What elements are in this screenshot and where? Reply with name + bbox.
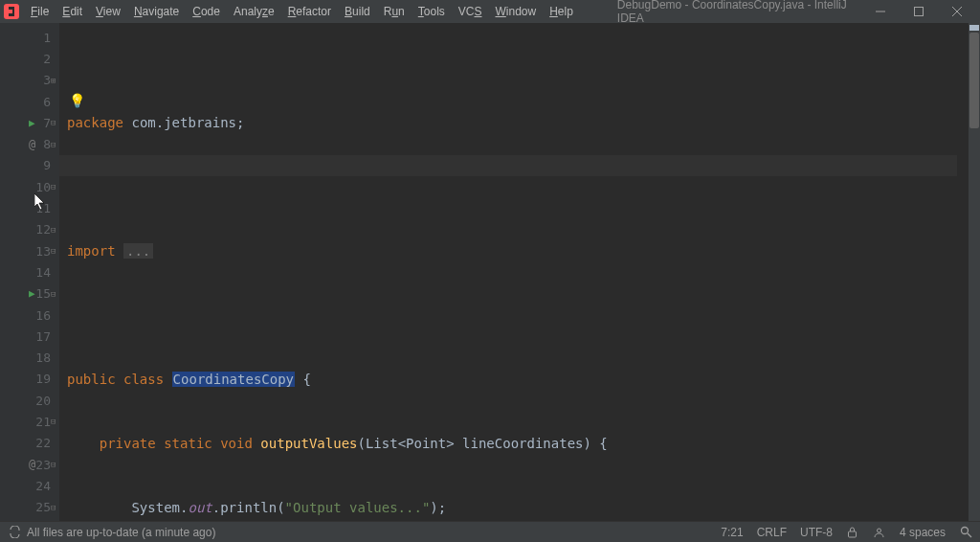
menu-vcs[interactable]: VCS: [453, 3, 488, 20]
gutter-row[interactable]: 2: [0, 48, 58, 69]
title-bar: FFileile Edit View Navigate Code Analyze…: [0, 0, 980, 23]
gutter-row[interactable]: 17: [0, 326, 58, 347]
analysis-marker: [969, 25, 979, 31]
line-number: 9: [32, 158, 51, 172]
gutter-row[interactable]: 21⊟: [0, 411, 58, 432]
line-number: 22: [32, 436, 51, 450]
inspector-icon[interactable]: [873, 527, 886, 538]
file-encoding[interactable]: UTF-8: [800, 526, 833, 539]
code-line: System.out.println("Output values...");: [67, 497, 969, 518]
code-line: package com.jetbrains;: [67, 112, 969, 133]
code-line: private static void outputValues(List<Po…: [67, 433, 969, 454]
code-area[interactable]: package com.jetbrains; import ... public…: [59, 23, 969, 521]
gutter-row[interactable]: 24: [0, 475, 58, 496]
menu-file[interactable]: FFileile: [25, 3, 55, 20]
line-number: 21: [32, 415, 51, 429]
gutter-row[interactable]: 19: [0, 369, 58, 390]
override-gutter-icon[interactable]: @: [29, 138, 35, 151]
gutter-row[interactable]: 13⊟: [0, 240, 58, 261]
line-number: 6: [32, 95, 51, 109]
gutter-row[interactable]: 7▶⊟: [0, 112, 58, 133]
menu-refactor[interactable]: Refactor: [282, 3, 337, 20]
status-bar: All files are up-to-date (a minute ago) …: [0, 521, 980, 542]
run-gutter-icon[interactable]: ▶: [29, 287, 35, 300]
line-number: 19: [32, 372, 51, 386]
line-number: 24: [32, 479, 51, 493]
gutter-row[interactable]: 20: [0, 390, 58, 411]
svg-point-2: [878, 529, 881, 532]
code-line: [67, 176, 969, 197]
line-number: 3: [32, 73, 51, 87]
code-line: [67, 305, 969, 326]
line-number: 17: [32, 329, 51, 344]
line-number: 1: [32, 31, 51, 45]
svg-rect-0: [915, 8, 924, 16]
mouse-cursor-icon: [34, 193, 46, 211]
menu-view[interactable]: View: [90, 3, 126, 20]
menu-help[interactable]: Help: [544, 3, 579, 20]
minimize-button[interactable]: [861, 0, 900, 23]
line-number: 14: [32, 265, 51, 280]
line-separator[interactable]: CRLF: [757, 526, 787, 539]
line-number: 10: [32, 180, 51, 194]
current-line-highlight: [59, 155, 957, 176]
gutter-row[interactable]: 18: [0, 347, 58, 368]
gutter-row[interactable]: 11: [0, 197, 58, 218]
maximize-button[interactable]: [900, 0, 938, 23]
scrollbar-thumb[interactable]: [969, 33, 979, 128]
lock-icon[interactable]: [846, 527, 859, 538]
svg-rect-1: [849, 531, 857, 537]
menu-navigate[interactable]: Navigate: [128, 3, 185, 20]
menu-tools[interactable]: Tools: [412, 3, 451, 20]
status-message: All files are up-to-date (a minute ago): [27, 526, 215, 539]
caret-position[interactable]: 7:21: [721, 526, 743, 539]
menu-edit[interactable]: Edit: [56, 3, 88, 20]
gutter-row[interactable]: 9: [0, 155, 58, 176]
run-gutter-icon[interactable]: ▶: [29, 117, 35, 129]
gutter-row[interactable]: 3⊞: [0, 70, 58, 91]
gutter-row[interactable]: 16: [0, 305, 58, 326]
menu-analyze[interactable]: Analyze: [228, 3, 280, 20]
line-number: 13: [32, 244, 51, 259]
gutter-row[interactable]: 10⊟: [0, 176, 58, 197]
window-controls: [861, 0, 976, 23]
menu-build[interactable]: Build: [339, 3, 376, 20]
override-gutter-icon[interactable]: @: [29, 458, 35, 471]
close-button[interactable]: [938, 0, 976, 23]
line-number: 2: [32, 52, 51, 66]
gutter-row[interactable]: 22: [0, 433, 58, 454]
gutter[interactable]: 123⊞67▶⊟8@⊟910⊟1112⊟13⊟1415▶⊟16171819202…: [0, 23, 59, 521]
gutter-row[interactable]: 6: [0, 91, 58, 112]
gutter-row[interactable]: 14: [0, 261, 58, 282]
app-icon: [4, 4, 19, 19]
line-number: 12: [32, 222, 51, 237]
editor: 123⊞67▶⊟8@⊟910⊟1112⊟13⊟1415▶⊟16171819202…: [0, 23, 980, 521]
gutter-row[interactable]: 8@⊟: [0, 133, 58, 154]
gutter-row[interactable]: 23@⊟: [0, 454, 58, 475]
code-line: import ...: [67, 240, 969, 261]
menu-window[interactable]: Window: [489, 3, 542, 20]
gutter-row[interactable]: 25⊟: [0, 497, 58, 518]
gutter-row[interactable]: 12⊟: [0, 219, 58, 240]
code-line: public class CoordinatesCopy {: [67, 369, 969, 390]
indent-setting[interactable]: 4 spaces: [900, 526, 946, 539]
menu-run[interactable]: Run: [378, 3, 411, 20]
line-number: 18: [32, 350, 51, 365]
editor-scrollbar[interactable]: [969, 23, 980, 521]
menu-code[interactable]: Code: [187, 3, 226, 20]
line-number: 16: [32, 308, 51, 323]
gutter-row[interactable]: 15▶⊟: [0, 283, 58, 305]
menu-bar: FFileile Edit View Navigate Code Analyze…: [25, 3, 579, 20]
gutter-row[interactable]: 1: [0, 27, 58, 48]
line-number: 25: [32, 500, 51, 514]
svg-point-3: [961, 528, 968, 534]
line-number: 20: [32, 394, 51, 408]
search-everywhere-icon[interactable]: [959, 526, 972, 538]
window-title: DebugDemo - CoordinatesCopy.java - Intel…: [579, 0, 861, 25]
status-sync-icon: [8, 526, 21, 538]
